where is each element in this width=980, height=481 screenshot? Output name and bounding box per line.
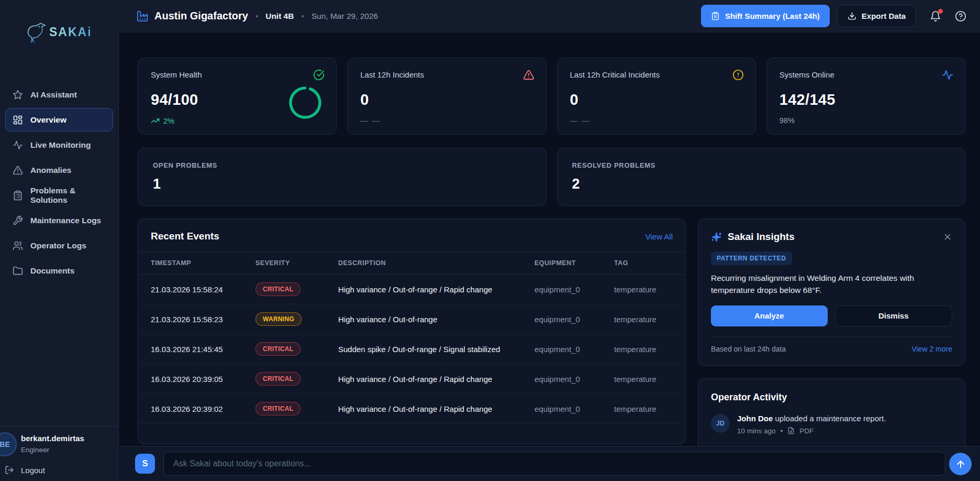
activity-icon <box>13 140 23 150</box>
sidebar-item-label: Operator Logs <box>30 241 86 250</box>
stat-card-system-health: System Health 94/100 2% <box>138 58 337 135</box>
stat-sub: — — <box>570 116 743 125</box>
analyze-button[interactable]: Analyze <box>711 305 828 326</box>
table-row[interactable]: 21.03.2026 15:58:23 WARNING High varianc… <box>138 304 685 334</box>
logout-button[interactable]: Logout <box>5 465 45 475</box>
activity-item[interactable]: JD John Doe uploaded a maintenance repor… <box>711 414 952 435</box>
star-icon <box>13 90 23 100</box>
table-row[interactable]: 16.03.2026 21:45:45 CRITICAL Sudden spik… <box>138 334 685 364</box>
main-content: System Health 94/100 2% Last 12h Inciden… <box>119 32 980 481</box>
stat-sub: 98% <box>779 116 952 125</box>
clipboard-icon <box>711 12 720 20</box>
separator-dot: • <box>255 12 258 20</box>
sidebar-item-ai-assistant[interactable]: AI Assistant <box>5 83 113 106</box>
problems-row: OPEN PROBLEMS 1 RESOLVED PROBLEMS 2 <box>138 148 965 206</box>
event-equipment: equipment_0 <box>534 315 614 324</box>
alert-triangle-icon <box>523 69 534 81</box>
open-problems-label: OPEN PROBLEMS <box>153 161 531 169</box>
sidebar-nav: AI Assistant Overview Live Monitoring An… <box>5 83 113 282</box>
users-icon <box>13 240 23 251</box>
sidebar-item-problems-solutions[interactable]: Problems & Solutions <box>5 183 113 207</box>
stat-card-systems-online: Systems Online 142/145 98% <box>766 58 965 135</box>
chat-input[interactable] <box>163 452 945 476</box>
sidebar-item-documents[interactable]: Documents <box>5 259 113 282</box>
stat-card-incidents: Last 12h Incidents 0 — — <box>347 58 546 135</box>
view-more-link[interactable]: View 2 more <box>911 345 952 353</box>
event-timestamp: 16.03.2026 20:39:05 <box>151 375 255 384</box>
severity-badge: CRITICAL <box>255 282 300 296</box>
event-tag: temperature <box>614 315 673 324</box>
event-timestamp: 21.03.2026 15:58:24 <box>151 285 255 294</box>
shift-summary-button[interactable]: Shift Summary (Last 24h) <box>701 5 830 27</box>
event-timestamp: 16.03.2026 20:39:02 <box>151 405 255 413</box>
severity-badge: CRITICAL <box>255 372 300 386</box>
pulse-icon <box>942 69 953 81</box>
page-title: Austin Gigafactory <box>154 10 248 22</box>
send-button[interactable] <box>949 453 972 475</box>
events-header: Recent Events View All <box>138 219 685 252</box>
sidebar-item-live-monitoring[interactable]: Live Monitoring <box>5 133 113 157</box>
event-timestamp: 21.03.2026 15:58:23 <box>151 315 255 324</box>
factory-icon <box>137 10 148 22</box>
download-icon <box>848 12 856 20</box>
open-problems-value: 1 <box>153 176 531 192</box>
resolved-problems-value: 2 <box>572 176 951 192</box>
wrench-icon <box>13 215 23 226</box>
user-section[interactable]: BE berkant.demirtas Engineer Logout <box>0 426 118 481</box>
brand-logo: SAKAi <box>24 20 92 44</box>
unit-label: Unit 4B <box>265 12 294 21</box>
sidebar-item-label: Overview <box>30 115 66 125</box>
event-equipment: equipment_0 <box>534 345 614 354</box>
severity-badge: CRITICAL <box>255 342 300 356</box>
shift-summary-label: Shift Summary (Last 24h) <box>725 12 820 20</box>
table-row[interactable]: 16.03.2026 20:39:05 CRITICAL High varian… <box>138 364 685 394</box>
stat-value: 0 <box>570 91 743 108</box>
sakai-avatar: S <box>135 454 155 474</box>
sakai-insights-panel: Sakai Insights PATTERN DETECTED Recurrin… <box>698 218 965 366</box>
events-title: Recent Events <box>151 231 219 242</box>
event-description: High variance / Out-of-range / Rapid cha… <box>338 375 534 384</box>
event-description: Sudden spike / Out-of-range / Signal sta… <box>338 345 534 354</box>
health-ring <box>288 85 322 120</box>
sparkles-icon <box>711 232 722 243</box>
help-button[interactable] <box>955 10 966 22</box>
insights-source: Based on last 24h data <box>711 345 786 353</box>
dashboard-icon <box>13 115 23 125</box>
separator-dot: • <box>301 12 304 20</box>
resolved-problems-label: RESOLVED PROBLEMS <box>572 161 951 169</box>
stat-label: System Health <box>151 70 324 79</box>
activity-text: John Doe uploaded a maintenance report. <box>737 414 886 423</box>
resolved-problems-card: RESOLVED PROBLEMS 2 <box>557 148 966 206</box>
content-row: Recent Events View All TIMESTAMP SEVERIT… <box>138 218 965 481</box>
event-tag: temperature <box>614 345 673 354</box>
stat-label: Last 12h Incidents <box>360 70 533 79</box>
event-description: High variance / Out-of-range / Rapid cha… <box>338 285 534 294</box>
dismiss-button[interactable]: Dismiss <box>835 305 953 326</box>
view-all-link[interactable]: View All <box>645 232 673 241</box>
col-equipment: EQUIPMENT <box>534 259 614 267</box>
activity-title: Operator Activity <box>711 392 952 403</box>
sidebar-item-label: AI Assistant <box>30 90 77 100</box>
activity-file-type: PDF <box>799 427 814 435</box>
trend-value: 2% <box>163 117 174 125</box>
avatar: BE <box>0 432 17 456</box>
stats-row: System Health 94/100 2% Last 12h Inciden… <box>138 58 965 135</box>
user-name: berkant.demirtas <box>21 434 84 443</box>
table-row[interactable]: 21.03.2026 15:58:24 CRITICAL High varian… <box>138 275 685 304</box>
sidebar-item-maintenance-logs[interactable]: Maintenance Logs <box>5 209 113 232</box>
export-data-button[interactable]: Export Data <box>837 5 916 27</box>
folder-icon <box>13 266 23 276</box>
bird-logo-icon <box>24 20 48 44</box>
stat-sub: — — <box>360 116 533 125</box>
sidebar-item-anomalies[interactable]: Anomalies <box>5 158 113 182</box>
pattern-detected-badge: PATTERN DETECTED <box>711 252 792 265</box>
close-icon[interactable] <box>943 232 952 242</box>
insights-title: Sakai Insights <box>728 231 937 243</box>
open-problems-card: OPEN PROBLEMS 1 <box>138 148 547 206</box>
sidebar-item-operator-logs[interactable]: Operator Logs <box>5 234 113 257</box>
table-row[interactable]: 16.03.2026 20:39:02 CRITICAL High varian… <box>138 394 685 424</box>
severity-badge: CRITICAL <box>255 402 300 416</box>
severity-badge: WARNING <box>255 312 302 326</box>
notifications-button[interactable] <box>930 10 941 22</box>
sidebar-item-overview[interactable]: Overview <box>5 108 113 132</box>
